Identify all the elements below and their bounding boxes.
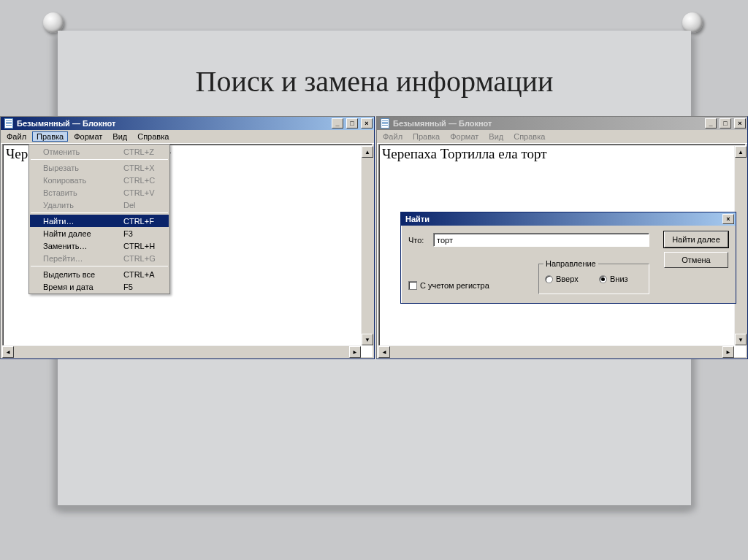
checkbox-icon: [408, 281, 417, 290]
scroll-left-icon[interactable]: ◄: [2, 346, 14, 358]
edit-menu-item: УдалитьDel: [30, 199, 169, 211]
menu-format[interactable]: Формат: [69, 131, 107, 142]
match-case-label: С учетом регистра: [420, 281, 489, 290]
menu-help[interactable]: Справка: [509, 131, 549, 142]
menu-item-shortcut: CTRL+A: [123, 270, 164, 279]
close-button[interactable]: ×: [722, 214, 734, 224]
close-button[interactable]: ×: [734, 118, 746, 129]
edit-menu-item: ВставитьCTRL+V: [30, 186, 169, 199]
menu-item-shortcut: F3: [123, 229, 164, 238]
cancel-button[interactable]: Отмена: [664, 252, 728, 268]
edit-menu-item[interactable]: Найти…CTRL+F: [30, 215, 169, 227]
titlebar-left[interactable]: Безымянный — Блокнот _ □ ×: [1, 117, 374, 130]
pushpin-right-icon: [682, 12, 703, 33]
edit-menu-item: Перейти…CTRL+G: [30, 252, 169, 264]
document-text-right: Черепаха Тортилла ела торт: [379, 145, 745, 164]
menu-item-label: Копировать: [43, 176, 116, 185]
radio-icon: [599, 275, 607, 283]
slide-title: Поиск и замена информации: [58, 64, 691, 99]
menu-item-shortcut: CTRL+Z: [123, 147, 164, 156]
menu-edit[interactable]: Правка: [32, 131, 68, 142]
edit-menu-item[interactable]: Найти далееF3: [30, 227, 169, 239]
menu-item-shortcut: CTRL+C: [123, 176, 164, 185]
menu-item-shortcut: F5: [123, 283, 164, 291]
menu-item-shortcut: CTRL+F: [123, 217, 164, 226]
menu-item-label: Удалить: [43, 201, 116, 210]
menu-edit[interactable]: Правка: [408, 131, 444, 142]
titlebar-right[interactable]: Безымянный — Блокнот _ □ ×: [377, 117, 747, 130]
find-dialog-titlebar[interactable]: Найти ×: [401, 212, 736, 226]
scroll-left-icon[interactable]: ◄: [378, 346, 390, 358]
notepad-window-left: Безымянный — Блокнот _ □ × Файл Правка Ф…: [0, 116, 375, 359]
edit-menu-item: ВырезатьCTRL+X: [30, 161, 169, 174]
find-dialog-title: Найти: [404, 215, 430, 223]
direction-down-radio[interactable]: Вниз: [599, 275, 628, 283]
notepad-icon: [4, 118, 14, 129]
direction-label: Направление: [543, 259, 598, 268]
edit-menu-item: ОтменитьCTRL+Z: [30, 145, 169, 158]
menu-item-label: Время и дата: [43, 283, 116, 291]
scroll-right-icon[interactable]: ►: [349, 346, 361, 358]
scroll-up-icon[interactable]: ▲: [362, 146, 373, 158]
notepad-window-right: Безымянный — Блокнот _ □ × Файл Правка Ф…: [376, 116, 748, 359]
menu-item-label: Найти…: [43, 217, 116, 226]
menu-format[interactable]: Формат: [446, 131, 483, 142]
menu-item-label: Перейти…: [43, 254, 116, 263]
menu-view[interactable]: Вид: [484, 131, 508, 142]
find-what-label: Что:: [408, 236, 424, 245]
minimize-button[interactable]: _: [705, 118, 717, 129]
find-what-input[interactable]: [433, 233, 649, 247]
menu-item-shortcut: CTRL+X: [123, 164, 164, 172]
direction-up-label: Вверх: [556, 275, 579, 283]
find-next-button[interactable]: Найти далее: [664, 231, 728, 248]
edit-menu-item: КопироватьCTRL+C: [30, 174, 169, 186]
window-title-right: Безымянный — Блокнот: [393, 119, 492, 128]
scrollbar-vertical-left[interactable]: ▲ ▼: [361, 146, 373, 345]
edit-menu-item[interactable]: Заменить…CTRL+H: [30, 239, 169, 252]
menu-help[interactable]: Справка: [133, 131, 173, 142]
menu-item-shortcut: CTRL+H: [123, 242, 164, 250]
minimize-button[interactable]: _: [332, 118, 343, 129]
direction-group: Направление Вверх Вниз: [538, 264, 649, 294]
menu-file[interactable]: Файл: [2, 131, 31, 142]
notepad-icon: [380, 118, 390, 129]
maximize-button[interactable]: □: [346, 118, 358, 129]
scrollbar-horizontal-left[interactable]: ◄ ►: [2, 345, 361, 357]
radio-icon: [545, 275, 553, 283]
menubar-left: Файл Правка Формат Вид Справка: [1, 130, 374, 144]
menu-item-label: Выделить все: [43, 270, 116, 279]
menu-item-shortcut: CTRL+G: [123, 254, 164, 263]
scroll-up-icon[interactable]: ▲: [735, 146, 747, 158]
close-button[interactable]: ×: [361, 118, 373, 129]
menu-view[interactable]: Вид: [108, 131, 131, 142]
menu-item-shortcut: Del: [123, 201, 164, 210]
menu-item-label: Найти далее: [43, 229, 116, 238]
menu-item-shortcut: CTRL+V: [123, 188, 164, 197]
window-title-left: Безымянный — Блокнот: [17, 119, 115, 128]
menu-item-label: Заменить…: [43, 242, 116, 250]
scrollbar-horizontal-right[interactable]: ◄ ►: [378, 345, 734, 357]
menubar-right: Файл Правка Формат Вид Справка: [377, 130, 747, 144]
menu-file[interactable]: Файл: [378, 131, 407, 142]
scroll-right-icon[interactable]: ►: [722, 346, 734, 358]
menu-item-label: Отменить: [43, 147, 116, 156]
match-case-checkbox[interactable]: С учетом регистра: [408, 281, 489, 290]
pushpin-left-icon: [43, 12, 64, 33]
scroll-down-icon[interactable]: ▼: [362, 334, 373, 345]
maximize-button[interactable]: □: [720, 118, 731, 129]
edit-menu-dropdown: ОтменитьCTRL+ZВырезатьCTRL+XКопироватьCT…: [28, 144, 170, 294]
menu-item-label: Вставить: [43, 188, 116, 197]
scroll-down-icon[interactable]: ▼: [735, 334, 747, 345]
menu-item-label: Вырезать: [43, 164, 116, 172]
edit-menu-item[interactable]: Выделить всеCTRL+A: [30, 268, 169, 280]
find-dialog: Найти × Что: Найти далее Отмена С учетом…: [400, 212, 736, 304]
direction-down-label: Вниз: [610, 275, 628, 283]
edit-menu-item[interactable]: Время и датаF5: [30, 280, 169, 293]
direction-up-radio[interactable]: Вверх: [545, 275, 579, 283]
